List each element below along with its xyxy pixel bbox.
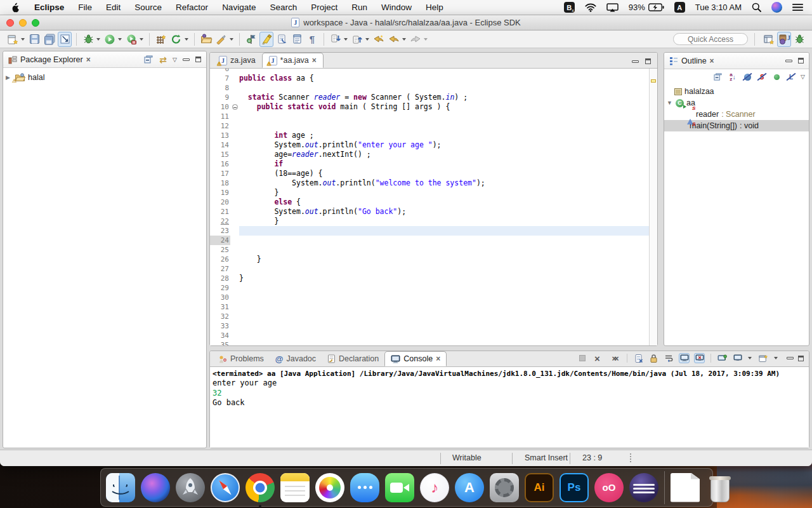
line-number[interactable]: 15 <box>210 150 230 159</box>
project-halal-row[interactable]: ▶ ⚠ halal <box>3 72 206 83</box>
scroll-lock-button[interactable] <box>648 353 659 363</box>
overview-ruler[interactable] <box>649 69 657 345</box>
line-number[interactable]: 16 <box>210 159 230 169</box>
debug-caret[interactable] <box>96 38 100 41</box>
line-number[interactable]: 24 <box>210 236 230 245</box>
dock-photoshop[interactable]: Ps <box>560 473 589 502</box>
line-number[interactable]: 33 <box>210 321 230 331</box>
line-number[interactable]: 34 <box>210 331 230 340</box>
window-titlebar[interactable]: J workspace - Java - halal/src/halalzaa/… <box>0 15 812 30</box>
link-with-editor-button[interactable]: ⇄ <box>159 55 167 65</box>
maximize-editor-button[interactable] <box>645 58 651 64</box>
quick-access-input[interactable] <box>673 33 748 45</box>
code-line-7[interactable]: 7public class aa { <box>210 74 649 83</box>
clear-console-button[interactable] <box>633 353 644 363</box>
line-number[interactable]: 35 <box>210 340 230 345</box>
previous-annotation-button[interactable] <box>350 32 364 47</box>
last-edit-location-button[interactable] <box>372 32 386 47</box>
dock-illustrator[interactable]: Ai <box>525 473 554 502</box>
back-caret[interactable] <box>402 38 406 41</box>
minimize-view-button[interactable] <box>785 60 792 62</box>
spotlight-search-icon[interactable] <box>752 3 761 12</box>
open-console-caret[interactable] <box>774 357 778 359</box>
close-tab-icon[interactable]: × <box>312 56 317 65</box>
line-number[interactable]: 17 <box>210 169 230 178</box>
line-number[interactable]: 18 <box>210 178 230 188</box>
remove-launch-button[interactable]: × <box>592 353 603 363</box>
menu-refactor[interactable]: Refactor <box>169 3 215 12</box>
new-wizard-caret[interactable] <box>21 38 25 41</box>
siri-icon[interactable] <box>771 2 782 13</box>
open-console-button[interactable] <box>758 353 769 363</box>
new-wizard-button[interactable] <box>6 32 20 47</box>
java-perspective-button[interactable]: J <box>777 32 791 47</box>
sort-button[interactable]: az↓ <box>728 72 738 82</box>
code-line-31[interactable]: 31 <box>210 302 649 312</box>
menu-search[interactable]: Search <box>263 3 304 12</box>
menu-app-name[interactable]: Eclipse <box>27 3 71 12</box>
code-line-35[interactable]: 35 <box>210 340 649 345</box>
display-console-button[interactable] <box>732 353 743 363</box>
display-console-caret[interactable] <box>748 357 752 359</box>
collapse-arrow-icon[interactable]: ▼ <box>667 100 673 106</box>
line-number[interactable]: 9 <box>210 93 230 102</box>
dock-notes[interactable] <box>280 473 310 502</box>
code-line-34[interactable]: 34 <box>210 331 649 340</box>
pin-console-button[interactable] <box>717 353 728 363</box>
code-line-6[interactable]: 6 <box>210 69 649 74</box>
maximize-view-button[interactable] <box>195 57 201 62</box>
code-line-26[interactable]: 26 } <box>210 255 649 264</box>
menu-edit[interactable]: Edit <box>99 3 128 12</box>
code-line-29[interactable]: 29 <box>210 283 649 293</box>
outline-package-row[interactable]: halalzaa <box>664 86 809 97</box>
line-number[interactable]: 19 <box>210 188 230 197</box>
menu-window[interactable]: Window <box>374 3 419 12</box>
notification-center-icon[interactable] <box>792 3 803 11</box>
code-line-30[interactable]: 30 <box>210 293 649 302</box>
code-line-17[interactable]: 17 (18==age) { <box>210 169 649 178</box>
dock-eclipse[interactable] <box>629 473 658 502</box>
code-line-32[interactable]: 32 <box>210 312 649 321</box>
tab-aa-java[interactable]: J⚠ *aa.java × <box>262 53 324 68</box>
code-line-19[interactable]: 19 } <box>210 188 649 197</box>
next-annotation-button[interactable] <box>329 32 343 47</box>
line-number[interactable]: 7 <box>210 74 230 83</box>
open-perspective-button[interactable] <box>762 32 776 47</box>
line-number[interactable]: 11 <box>210 112 230 121</box>
expand-arrow-icon[interactable]: ▶ <box>6 74 12 81</box>
outline-method-row[interactable]: S main(String[]) : void <box>664 120 809 131</box>
code-line-28[interactable]: 28} <box>210 274 649 283</box>
outline-field-row[interactable]: S reader : Scanner <box>664 109 809 120</box>
previous-annotation-caret[interactable] <box>365 38 369 41</box>
run-button[interactable] <box>103 32 117 47</box>
code-line-16[interactable]: 16 if <box>210 159 649 169</box>
close-console-icon[interactable]: × <box>436 354 440 363</box>
word-wrap-button[interactable] <box>664 353 674 363</box>
code-line-24[interactable]: 24 <box>210 236 649 245</box>
tab-javadoc[interactable]: @ Javadoc <box>270 351 322 366</box>
save-button[interactable] <box>27 32 41 47</box>
dock-chrome[interactable] <box>246 473 275 502</box>
dock-finder[interactable] <box>106 473 135 502</box>
code-line-20[interactable]: 20 else { <box>210 197 649 207</box>
line-number[interactable]: 22 <box>210 217 230 226</box>
code-line-27[interactable]: 27 <box>210 264 649 274</box>
tab-za-java[interactable]: J⚠ za.java <box>213 53 262 68</box>
dock-system-preferences[interactable] <box>490 473 519 502</box>
build-refresh-caret[interactable] <box>185 38 188 41</box>
minimize-view-button[interactable] <box>183 58 190 61</box>
link-with-editor-button[interactable] <box>275 32 289 47</box>
line-number[interactable]: 27 <box>210 264 230 274</box>
next-annotation-caret[interactable] <box>344 38 348 41</box>
menu-project[interactable]: Project <box>304 3 344 12</box>
dock-messages[interactable] <box>350 473 379 502</box>
save-all-button[interactable] <box>43 32 56 47</box>
insert-mode-status[interactable]: Smart Insert <box>525 453 568 462</box>
hide-local-types-button[interactable]: L <box>786 72 796 82</box>
menu-run[interactable]: Run <box>344 3 374 12</box>
line-number[interactable]: 8 <box>210 83 230 93</box>
dock-safari[interactable] <box>211 473 240 502</box>
remove-all-launches-button[interactable]: ×× <box>607 353 621 363</box>
line-number[interactable]: 14 <box>210 140 230 150</box>
forward-caret[interactable] <box>424 38 428 41</box>
